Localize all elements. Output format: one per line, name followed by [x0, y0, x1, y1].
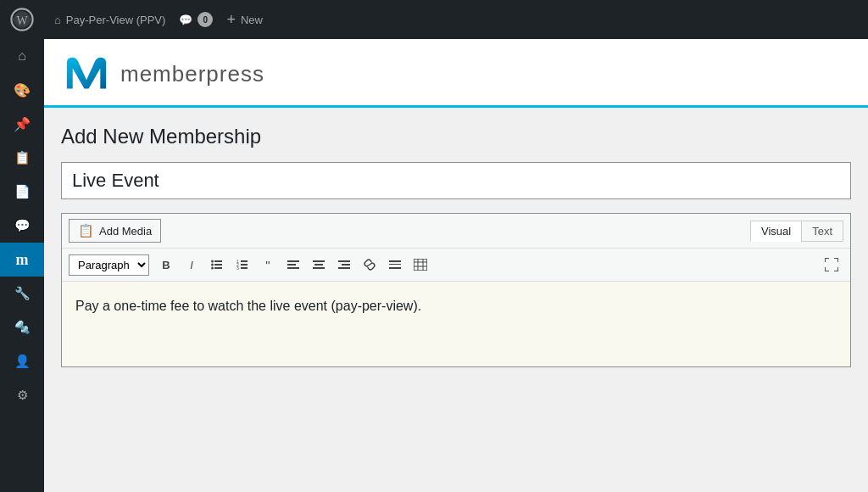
svg-point-5 — [211, 260, 214, 263]
unordered-list-icon — [211, 259, 223, 271]
svg-rect-21 — [342, 264, 350, 266]
svg-rect-22 — [338, 267, 350, 269]
memberpress-logo-svg — [61, 53, 112, 95]
svg-rect-24 — [389, 260, 401, 262]
editor-body-text: Pay a one-time fee to watch the live eve… — [75, 299, 421, 313]
toolbar-align-right-button[interactable] — [332, 254, 356, 276]
sidebar-item-settings[interactable]: ⚙ — [0, 378, 44, 412]
add-media-button[interactable]: 📋 Add Media — [69, 219, 161, 243]
topbar-site-name: Pay-Per-View (PPV) — [66, 14, 166, 26]
sidebar-item-memberpress[interactable]: m — [0, 243, 44, 277]
svg-point-6 — [211, 264, 214, 266]
link-icon — [363, 259, 376, 271]
svg-point-7 — [211, 267, 214, 270]
svg-rect-20 — [338, 260, 350, 262]
format-select[interactable]: Paragraph Heading 1 Heading 2 Heading 3 — [69, 254, 149, 276]
svg-rect-15 — [287, 264, 296, 266]
editor-area: 📋 Add Media Visual Text Paragraph Headin… — [61, 213, 851, 367]
toolbar-ordered-list-button[interactable]: 1 2 3 — [231, 254, 254, 276]
svg-rect-18 — [314, 264, 323, 266]
svg-line-23 — [367, 263, 372, 266]
sidebar: W ⌂ 🎨 📌 📋 📄 💬 m 🔧 🔩 👤 ⚙ — [0, 0, 44, 492]
sidebar-item-pin[interactable]: 📌 — [0, 107, 44, 141]
svg-rect-9 — [241, 264, 248, 266]
add-media-label: Add Media — [99, 225, 152, 238]
home-icon: ⌂ — [54, 14, 61, 26]
page-content: Add New Membership 📋 Add Media Visual Te… — [44, 108, 868, 492]
toolbar-hr-button[interactable] — [383, 254, 407, 276]
mp-logo: memberpress — [61, 53, 851, 95]
topbar-new[interactable]: + New — [226, 11, 263, 29]
svg-rect-10 — [241, 267, 248, 269]
tab-visual[interactable]: Visual — [750, 221, 801, 242]
toolbar-expand-button[interactable] — [820, 254, 843, 276]
hr-icon — [389, 259, 401, 271]
svg-rect-19 — [313, 267, 325, 269]
topbar: ⌂ Pay-Per-View (PPV) 💬 0 + New — [44, 0, 868, 39]
sidebar-item-pages[interactable]: 📄 — [0, 175, 44, 209]
wordpress-icon: W — [10, 8, 34, 31]
svg-rect-27 — [414, 259, 427, 271]
sidebar-item-tools[interactable]: 🔧 — [0, 277, 44, 310]
toolbar-blockquote-button[interactable]: " — [256, 254, 280, 276]
topbar-comments[interactable]: 💬 0 — [179, 12, 213, 27]
align-right-icon — [338, 259, 350, 271]
sidebar-item-wordpress[interactable]: W — [0, 0, 44, 39]
comments-count: 0 — [198, 12, 213, 27]
toolbar-align-left-button[interactable] — [281, 254, 305, 276]
membership-title-input[interactable] — [61, 162, 851, 199]
page-title: Add New Membership — [61, 125, 851, 148]
toolbar-bold-button[interactable]: B — [154, 254, 178, 276]
svg-rect-4 — [214, 267, 222, 269]
topbar-home[interactable]: ⌂ Pay-Per-View (PPV) — [54, 14, 165, 26]
main-content: ⌂ Pay-Per-View (PPV) 💬 0 + New — [44, 0, 868, 492]
add-media-icon: 📋 — [78, 223, 94, 238]
topbar-new-label: New — [241, 14, 263, 26]
toolbar-link-button[interactable] — [358, 254, 381, 276]
memberpress-logo-text: memberpress — [120, 61, 264, 87]
svg-text:W: W — [16, 14, 28, 27]
toolbar-align-center-button[interactable] — [307, 254, 331, 276]
sidebar-item-wrench[interactable]: 🔩 — [0, 310, 44, 344]
svg-rect-14 — [287, 260, 299, 262]
editor-toolbar-format: Paragraph Heading 1 Heading 2 Heading 3 … — [62, 249, 850, 282]
svg-rect-25 — [389, 264, 401, 265]
sidebar-item-customize[interactable]: 🎨 — [0, 73, 44, 107]
editor-body[interactable]: Pay a one-time fee to watch the live eve… — [62, 282, 850, 366]
svg-text:3: 3 — [236, 266, 239, 271]
toolbar-unordered-list-button[interactable] — [205, 254, 229, 276]
align-left-icon — [287, 259, 299, 271]
memberpress-header: memberpress — [44, 39, 868, 108]
sidebar-item-user[interactable]: 👤 — [0, 344, 44, 378]
svg-rect-26 — [389, 267, 401, 269]
sidebar-item-dashboard[interactable]: ⌂ — [0, 39, 44, 73]
table-icon — [414, 259, 427, 271]
svg-rect-2 — [214, 260, 222, 262]
toolbar-italic-button[interactable]: I — [180, 254, 203, 276]
svg-rect-16 — [287, 267, 299, 269]
comments-icon: 💬 — [179, 14, 192, 26]
editor-toolbar-top: 📋 Add Media Visual Text — [62, 214, 850, 249]
plus-icon: + — [226, 11, 236, 29]
sidebar-item-comments[interactable]: 💬 — [0, 209, 44, 243]
sidebar-item-posts[interactable]: 📋 — [0, 141, 44, 175]
align-center-icon — [313, 259, 325, 271]
svg-rect-3 — [214, 264, 222, 266]
tab-text[interactable]: Text — [801, 221, 843, 242]
toolbar-table-button[interactable] — [409, 254, 432, 276]
svg-rect-17 — [313, 260, 325, 262]
svg-rect-8 — [241, 260, 248, 262]
view-tabs: Visual Text — [750, 221, 843, 242]
ordered-list-icon: 1 2 3 — [236, 259, 248, 271]
expand-icon — [825, 258, 838, 271]
